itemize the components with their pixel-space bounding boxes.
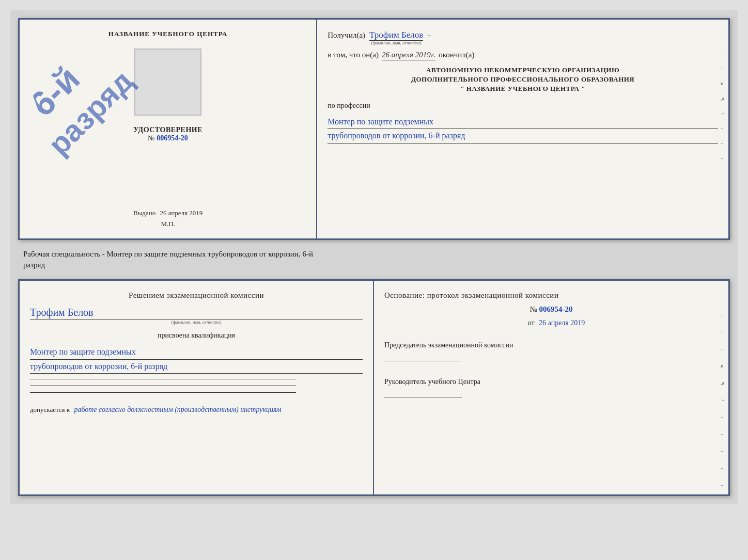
from-date-value: 26 апреля 2019 — [539, 319, 585, 327]
issued-date-value: 26 апреля 2019 — [160, 209, 202, 217]
mp-label: М.П. — [161, 220, 175, 228]
top-certificate-document: НАЗВАНИЕ УЧЕБНОГО ЦЕНТРА 6-й разряд УДОС… — [18, 18, 730, 240]
divider1 — [30, 379, 296, 379]
recipient-name: Трофим Белов — [369, 30, 423, 41]
org-name-quotes: " НАЗВАНИЕ УЧЕБНОГО ЦЕНТРА " — [328, 84, 718, 93]
completion-date: 26 апреля 2019г. — [382, 51, 435, 60]
protocol-number: № 006954-20 — [384, 305, 718, 314]
org-line1: АВТОНОМНУЮ НЕКОММЕРЧЕСКУЮ ОРГАНИЗАЦИЮ — [328, 66, 718, 75]
profession-wrapper: Монтер по защите подземных трубопроводов… — [328, 115, 718, 143]
allowed-prefix: допускается к — [30, 406, 70, 413]
bottom-right-side-decorations: – – – и ,а ← – – – – – — [721, 312, 726, 488]
chair-title: Председатель экзаменационной комиссии — [384, 340, 718, 350]
number-prefix: № — [529, 305, 537, 313]
top-left-panel: НАЗВАНИЕ УЧЕБНОГО ЦЕНТРА 6-й разряд УДОС… — [20, 20, 317, 238]
commission-chair: Председатель экзаменационной комиссии — [384, 340, 718, 361]
qual-line2: трубопроводов от коррозии, 6-й разряд — [30, 360, 363, 374]
qualification-wrapper: Монтер по защите подземных трубопроводов… — [30, 345, 363, 374]
center-leader: Руководитель учебного Центра — [384, 377, 718, 398]
recipient-name-wrapper: Трофим Белов (фамилия, имя, отчество) — [369, 30, 423, 45]
chair-signature-line — [384, 361, 462, 361]
leader-signature-line — [384, 397, 462, 397]
bottom-right-panel: Основание: протокол экзаменационной коми… — [374, 281, 728, 494]
finished-label: окончил(а) — [439, 51, 474, 59]
org-line2: ДОПОЛНИТЕЛЬНОГО ПРОФЕССИОНАЛЬНОГО ОБРАЗО… — [328, 75, 718, 84]
divider3 — [30, 392, 296, 393]
bottom-person-wrapper: Трофим Белов (фамилия, имя, отчество) — [30, 307, 363, 325]
number-value: 006954-20 — [539, 305, 573, 313]
bottom-person-name: Трофим Белов — [30, 307, 363, 319]
received-label: Получил(а) — [328, 31, 365, 40]
org-block: АВТОНОМНУЮ НЕКОММЕРЧЕСКУЮ ОРГАНИЗАЦИЮ ДО… — [328, 66, 718, 94]
middle-line2: разряд — [23, 260, 725, 270]
qual-line1: Монтер по защите подземных — [30, 345, 363, 360]
profession-label: по профессии — [328, 102, 718, 110]
middle-text-block: Рабочая специальность - Монтер по защите… — [18, 246, 730, 273]
right-side-decorations: – – и ,а ← – – – — [721, 51, 726, 161]
from-prefix: от — [528, 319, 535, 327]
from-date: от 26 апреля 2019 — [395, 319, 718, 327]
cert-number-value: 006954-20 — [157, 134, 188, 142]
in-that-label: в том, что он(а) — [328, 51, 379, 59]
bottom-name-sub: (фамилия, имя, отчество) — [30, 319, 363, 325]
allowed-text: допускается к работе согласно должностны… — [30, 406, 363, 414]
bottom-certificate-document: Решением экзаменационной комиссии Трофим… — [18, 279, 730, 496]
allowed-value: работе согласно должностным (производств… — [74, 406, 281, 413]
middle-line1: Рабочая специальность - Монтер по защите… — [23, 249, 725, 260]
certificate-number: № 006954-20 — [148, 134, 188, 142]
received-row: Получил(а) Трофим Белов (фамилия, имя, о… — [328, 30, 718, 45]
profession-line2: трубопроводов от коррозии, 6-й разряд — [328, 129, 718, 143]
divider2 — [30, 386, 296, 386]
issued-date: Выдано 26 апреля 2019 — [133, 209, 202, 217]
recipient-name-sub: (фамилия, имя, отчество) — [369, 40, 423, 45]
top-right-panel: Получил(а) Трофим Белов (фамилия, имя, о… — [317, 20, 728, 238]
bottom-left-panel: Решением экзаменационной комиссии Трофим… — [20, 281, 374, 494]
page-wrapper: НАЗВАНИЕ УЧЕБНОГО ЦЕНТРА 6-й разряд УДОС… — [10, 10, 738, 504]
profession-line1: Монтер по защите подземных — [328, 115, 718, 130]
decision-title: Решением экзаменационной комиссии — [30, 291, 363, 300]
issued-label: Выдано — [133, 209, 155, 217]
dash1: – — [427, 31, 431, 40]
basis-title: Основание: протокол экзаменационной коми… — [384, 291, 718, 300]
date-row: в том, что он(а) 26 апреля 2019г. окончи… — [328, 51, 718, 60]
assigned-label: присвоена квалификация — [30, 331, 363, 340]
center-leader-title: Руководитель учебного Центра — [384, 377, 718, 387]
